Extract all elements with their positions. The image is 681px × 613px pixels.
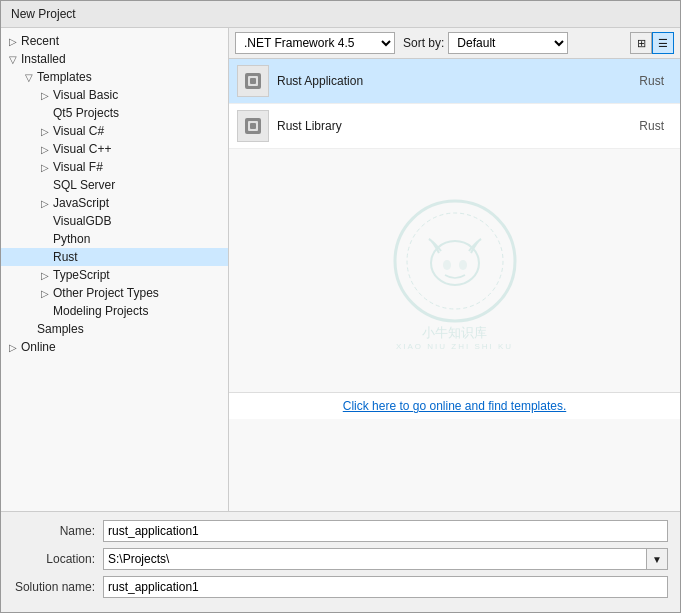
solution-label: Solution name: [13,580,103,594]
watermark-svg [385,191,525,331]
tree-item-visual-cpp[interactable]: ▷Visual C++ [1,140,228,158]
location-row: Location: ▼ [13,548,668,570]
list-icon: ☰ [658,37,668,50]
location-browse-button[interactable]: ▼ [646,548,668,570]
tree-item-modeling-projects[interactable]: Modeling Projects [1,302,228,320]
svg-point-7 [407,213,503,309]
tree-arrow-recent: ▷ [5,36,21,47]
template-items: Rust ApplicationRustRust LibraryRust [229,59,680,149]
watermark-pinyin: XIAO NIU ZHI SHI KU [385,342,525,351]
svg-rect-5 [250,123,256,129]
template-lang-rust-application: Rust [639,74,664,88]
right-panel: .NET Framework 4.5 Sort by: Default ⊞ ☰ [229,28,680,511]
tree-arrow-templates: ▽ [21,72,37,83]
solution-row: Solution name: [13,576,668,598]
solution-input[interactable] [103,576,668,598]
template-name-rust-library: Rust Library [277,119,639,133]
tree-item-python[interactable]: Python [1,230,228,248]
location-input[interactable] [103,548,646,570]
tree-label-visualgdb: VisualGDB [53,214,111,228]
main-content: ▷Recent▽Installed▽Templates▷Visual Basic… [1,28,680,511]
watermark-area: 小牛知识库 XIAO NIU ZHI SHI KU [229,149,680,392]
svg-point-9 [443,260,451,270]
tree-item-other-project-types[interactable]: ▷Other Project Types [1,284,228,302]
tree-label-visual-cpp: Visual C++ [53,142,111,156]
grid-view-button[interactable]: ⊞ [630,32,652,54]
tree-item-installed[interactable]: ▽Installed [1,50,228,68]
tree-item-javascript[interactable]: ▷JavaScript [1,194,228,212]
bottom-form: Name: Location: ▼ Solution name: [1,511,680,612]
title-bar: New Project [1,1,680,28]
template-list-wrapper: Rust ApplicationRustRust LibraryRust [229,59,680,419]
tree-item-online[interactable]: ▷Online [1,338,228,356]
tree-item-samples[interactable]: Samples [1,320,228,338]
tree-label-samples: Samples [37,322,84,336]
template-item-rust-application[interactable]: Rust ApplicationRust [229,59,680,104]
toolbar: .NET Framework 4.5 Sort by: Default ⊞ ☰ [229,28,680,59]
tree-label-rust: Rust [53,250,78,264]
name-label: Name: [13,524,103,538]
tree-item-visual-fsharp[interactable]: ▷Visual F# [1,158,228,176]
location-label: Location: [13,552,103,566]
tree-item-qt5-projects[interactable]: Qt5 Projects [1,104,228,122]
tree-item-visualgdb[interactable]: VisualGDB [1,212,228,230]
svg-rect-2 [250,78,256,84]
tree-item-recent[interactable]: ▷Recent [1,32,228,50]
framework-select[interactable]: .NET Framework 4.5 [235,32,395,54]
tree-label-installed: Installed [21,52,66,66]
tree-label-visual-basic: Visual Basic [53,88,118,102]
tree-label-python: Python [53,232,90,246]
tree-arrow-other-project-types: ▷ [37,288,53,299]
tree-item-visual-csharp[interactable]: ▷Visual C# [1,122,228,140]
tree-arrow-typescript: ▷ [37,270,53,281]
chevron-down-icon: ▼ [652,554,662,565]
tree-label-online: Online [21,340,56,354]
tree-label-templates: Templates [37,70,92,84]
tree-arrow-visual-fsharp: ▷ [37,162,53,173]
template-item-rust-library[interactable]: Rust LibraryRust [229,104,680,149]
tree-label-qt5-projects: Qt5 Projects [53,106,119,120]
tree-arrow-javascript: ▷ [37,198,53,209]
grid-icon: ⊞ [637,37,646,50]
tree-label-modeling-projects: Modeling Projects [53,304,148,318]
tree-item-visual-basic[interactable]: ▷Visual Basic [1,86,228,104]
tree-label-sql-server: SQL Server [53,178,115,192]
left-panel: ▷Recent▽Installed▽Templates▷Visual Basic… [1,28,229,511]
template-icon-rust-application [237,65,269,97]
svg-point-8 [431,241,479,285]
tree-arrow-visual-basic: ▷ [37,90,53,101]
new-project-dialog: New Project ▷Recent▽Installed▽Templates▷… [0,0,681,613]
dialog-title: New Project [11,7,76,21]
svg-point-6 [395,201,515,321]
tree-label-javascript: JavaScript [53,196,109,210]
sort-select[interactable]: Default [448,32,568,54]
tree-label-visual-csharp: Visual C# [53,124,104,138]
sort-label: Sort by: [403,36,444,50]
tree-arrow-visual-cpp: ▷ [37,144,53,155]
tree-arrow-online: ▷ [5,342,21,353]
online-link[interactable]: Click here to go online and find templat… [343,399,566,413]
tree-item-sql-server[interactable]: SQL Server [1,176,228,194]
tree-label-recent: Recent [21,34,59,48]
list-view-button[interactable]: ☰ [652,32,674,54]
tree-item-typescript[interactable]: ▷TypeScript [1,266,228,284]
tree-item-templates[interactable]: ▽Templates [1,68,228,86]
watermark-chinese: 小牛知识库 [385,324,525,342]
location-input-group: ▼ [103,548,668,570]
template-lang-rust-library: Rust [639,119,664,133]
template-name-rust-application: Rust Application [277,74,639,88]
name-row: Name: [13,520,668,542]
tree-arrow-visual-csharp: ▷ [37,126,53,137]
svg-point-10 [459,260,467,270]
tree-label-visual-fsharp: Visual F# [53,160,103,174]
tree-item-rust[interactable]: Rust [1,248,228,266]
online-link-bar: Click here to go online and find templat… [229,392,680,419]
tree-label-other-project-types: Other Project Types [53,286,159,300]
tree-arrow-installed: ▽ [5,54,21,65]
template-icon-rust-library [237,110,269,142]
view-buttons: ⊞ ☰ [630,32,674,54]
name-input[interactable] [103,520,668,542]
tree-label-typescript: TypeScript [53,268,110,282]
